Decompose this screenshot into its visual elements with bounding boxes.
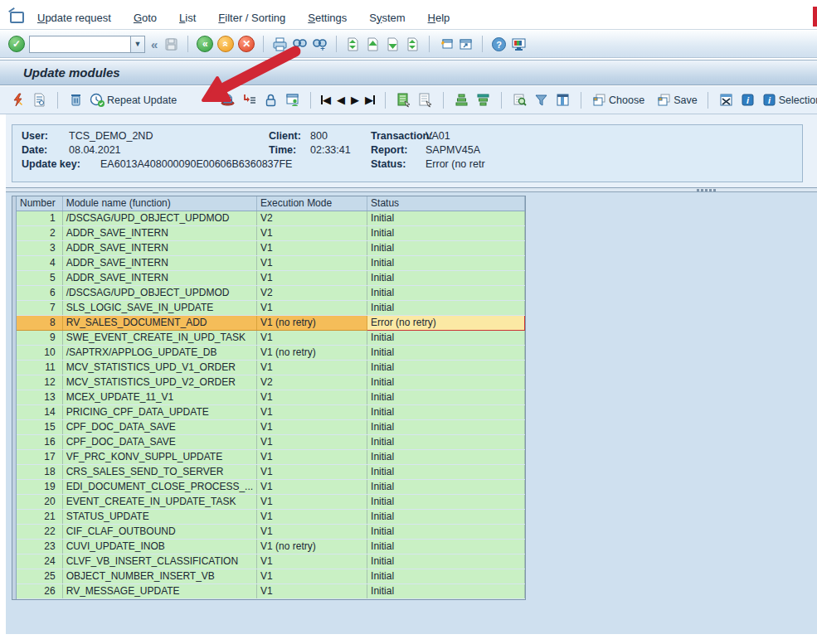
next-entry-icon[interactable]: ▶ [351,94,359,105]
cell-execution-mode[interactable]: V1 [257,360,367,375]
lock-icon[interactable] [263,92,279,108]
cell-execution-mode[interactable]: V1 (no retry) [257,539,367,554]
cell-module-name[interactable]: PRICING_CPF_DATA_UPDATE [62,404,256,419]
cell-number[interactable]: 4 [17,255,62,270]
cell-status[interactable]: Initial [367,225,525,240]
menu-item-help[interactable]: Help [428,12,450,24]
cell-module-name[interactable]: CPF_DOC_DATA_SAVE [62,434,256,449]
save-icon[interactable] [163,36,179,52]
menu-item-update-request[interactable]: Update request [37,12,111,24]
cell-status[interactable]: Initial [367,360,525,375]
cell-status[interactable]: Initial [367,539,525,554]
cell-number[interactable]: 1 [17,211,62,225]
cell-number[interactable]: 10 [17,345,62,360]
cell-execution-mode[interactable]: V1 [257,300,367,315]
cell-module-name[interactable]: ADDR_SAVE_INTERN [62,270,256,285]
cell-execution-mode[interactable]: V1 [257,524,367,539]
splitter-handle-icon[interactable] [697,189,716,191]
column-header-module-name-function-[interactable]: Module name (function) [62,196,256,211]
cell-number[interactable]: 11 [17,360,62,375]
cell-execution-mode[interactable]: V1 [257,583,367,598]
cell-number[interactable]: 7 [17,300,62,315]
cell-status[interactable]: Initial [367,345,525,360]
cell-module-name[interactable]: /DSCSAG/UPD_OBJECT_UPDMOD [62,211,256,225]
cell-number[interactable]: 9 [17,330,62,345]
info-icon[interactable]: i [740,92,756,108]
cell-status[interactable]: Initial [367,375,525,390]
cell-number[interactable]: 15 [17,419,62,434]
cell-status[interactable]: Initial [367,524,525,539]
cell-number[interactable]: 2 [17,225,62,240]
cell-status[interactable]: Initial [367,404,525,419]
enter-icon[interactable]: ✓ [8,36,25,52]
cell-execution-mode[interactable]: V1 [257,255,367,270]
terminate-update-icon[interactable] [10,92,26,108]
cell-status[interactable]: Initial [367,509,525,524]
cell-execution-mode[interactable]: V1 [257,494,367,509]
cell-number[interactable]: 21 [17,509,62,524]
cell-status[interactable]: Initial [367,300,525,315]
customize-layout-icon[interactable] [511,36,527,52]
cell-status[interactable]: Initial [367,285,525,300]
cell-status[interactable]: Initial [367,583,525,598]
delete-icon[interactable] [68,92,84,108]
page-down-icon[interactable] [385,36,401,52]
cell-module-name[interactable]: MCV_STATISTICS_UPD_V2_ORDER [62,375,256,390]
cell-status[interactable]: Error (no retry) [367,315,525,330]
find-next-icon[interactable] [312,36,328,52]
first-page-icon[interactable] [345,36,361,52]
cell-module-name[interactable]: RV_SALES_DOCUMENT_ADD [62,315,256,330]
page-up-icon[interactable] [365,36,381,52]
cell-number[interactable]: 8 [17,315,62,330]
cell-number[interactable]: 25 [17,569,62,583]
cell-module-name[interactable]: ADDR_SAVE_INTERN [62,240,256,255]
cell-number[interactable]: 18 [17,464,62,479]
menu-item-list[interactable]: List [179,12,196,24]
cell-execution-mode[interactable]: V1 [257,225,367,240]
cell-execution-mode[interactable]: V2 [257,375,367,390]
display-list-icon[interactable] [396,92,411,108]
cell-execution-mode[interactable]: V1 (no retry) [257,315,367,330]
new-session-icon[interactable] [438,36,454,52]
menu-item-filter-sorting[interactable]: Filter / Sorting [218,12,285,24]
deselect-all-icon[interactable] [718,92,734,108]
cell-status[interactable]: Initial [367,419,525,434]
cell-module-name[interactable]: OBJECT_NUMBER_INSERT_VB [62,569,256,583]
print-spool-icon[interactable] [220,92,236,108]
cell-number[interactable]: 12 [17,375,62,390]
cell-module-name[interactable]: CPF_DOC_DATA_SAVE [62,419,256,434]
exit-icon[interactable]: « [217,36,234,52]
cell-status[interactable]: Initial [367,240,525,255]
cell-number[interactable]: 20 [17,494,62,509]
debug-session-icon[interactable] [284,92,300,108]
cell-module-name[interactable]: MCV_STATISTICS_UPD_V1_ORDER [62,360,256,375]
cell-number[interactable]: 3 [17,240,62,255]
cell-module-name[interactable]: ADDR_SAVE_INTERN [62,255,256,270]
choose-button[interactable]: Choose [591,92,644,108]
cell-execution-mode[interactable]: V1 [257,449,367,464]
cell-execution-mode[interactable]: V1 [257,479,367,494]
column-layout-icon[interactable] [555,92,571,108]
cell-number[interactable]: 23 [17,539,62,554]
cell-module-name[interactable]: CRS_SALES_SEND_TO_SERVER [62,464,256,479]
menu-item-system[interactable]: System [369,12,405,24]
cell-number[interactable]: 13 [17,390,62,404]
cell-module-name[interactable]: SWE_EVENT_CREATE_IN_UPD_TASK [62,330,256,345]
cell-number[interactable]: 5 [17,270,62,285]
cell-module-name[interactable]: CLVF_VB_INSERT_CLASSIFICATION [62,554,256,569]
goto-statement-icon[interactable] [241,92,257,108]
cell-number[interactable]: 17 [17,449,62,464]
cell-execution-mode[interactable]: V1 [257,554,367,569]
cell-module-name[interactable]: STATUS_UPDATE [62,509,256,524]
cell-module-name[interactable]: EDI_DOCUMENT_CLOSE_PROCESS_... [62,479,256,494]
help-icon[interactable]: ? [491,36,507,52]
column-header-number[interactable]: Number [17,196,62,211]
cell-status[interactable]: Initial [367,494,525,509]
filter-icon[interactable] [533,92,549,108]
cell-module-name[interactable]: VF_PRC_KONV_SUPPL_UPDATE [62,449,256,464]
system-menu-icon[interactable] [10,12,24,23]
cell-module-name[interactable]: MCEX_UPDATE_11_V1 [62,390,256,404]
cell-status[interactable]: Initial [367,479,525,494]
print-icon[interactable] [272,36,288,52]
cell-number[interactable]: 26 [17,583,62,598]
